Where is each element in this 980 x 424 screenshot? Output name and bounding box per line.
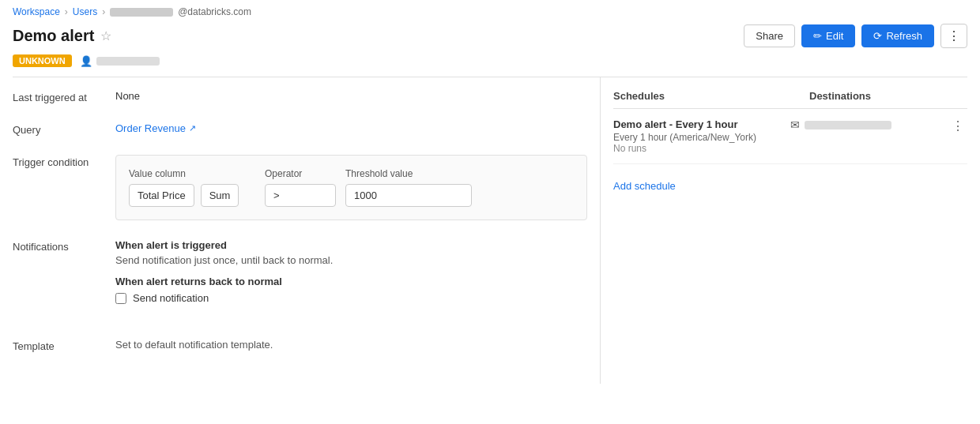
schedules-header: Schedules Destinations xyxy=(613,90,967,109)
sum-select[interactable]: Sum xyxy=(201,184,239,207)
breadcrumb-user-blur xyxy=(110,8,173,17)
more-options-button[interactable]: ⋮ xyxy=(940,24,967,48)
page-title: Demo alert xyxy=(13,27,94,45)
last-triggered-label: Last triggered at xyxy=(13,90,115,103)
left-panel: Last triggered at None Query Order Reven… xyxy=(0,77,601,384)
value-column-label: Value column xyxy=(129,168,255,179)
person-icon: 👤 xyxy=(80,55,92,67)
breadcrumb-sep2: › xyxy=(102,6,105,17)
send-notification-label: Send notification xyxy=(133,292,209,304)
query-label: Query xyxy=(13,122,115,136)
schedule-more-button[interactable]: ⋮ xyxy=(948,118,967,133)
status-badge: UNKNOWN xyxy=(13,54,72,67)
value-column-input[interactable]: Total Price xyxy=(129,184,194,207)
trigger-box: Value column Total Price Sum xyxy=(115,155,587,220)
edit-button[interactable]: ✏ Edit xyxy=(801,24,855,47)
value-column-col: Value column Total Price Sum xyxy=(129,168,255,207)
user-name-blur xyxy=(96,57,160,66)
schedule-item: Demo alert - Every 1 hour Every 1 hour (… xyxy=(613,118,967,164)
notifications-row: Notifications When alert is triggered Se… xyxy=(13,239,587,320)
notifications-section: When alert is triggered Send notificatio… xyxy=(115,239,587,304)
sum-text: Sum xyxy=(209,189,231,201)
trigger-value: Value column Total Price Sum xyxy=(115,155,587,220)
trigger-label: Trigger condition xyxy=(13,155,115,168)
threshold-input[interactable]: 1000 xyxy=(345,184,472,207)
send-notification-row: Send notification xyxy=(115,292,587,304)
back-to-normal-label: When alert returns back to normal xyxy=(115,276,587,287)
destinations-col-label: Destinations xyxy=(809,90,967,108)
page-header: Demo alert ☆ Share ✏ Edit ⟳ Refresh ⋮ xyxy=(0,21,980,54)
schedule-destination: ✉ xyxy=(790,118,948,131)
value-column-text: Total Price xyxy=(138,189,186,201)
query-value: Order Revenue ↗ xyxy=(115,122,587,134)
dest-email-blur xyxy=(805,121,891,129)
breadcrumb-users[interactable]: Users xyxy=(73,6,97,17)
threshold-label: Threshold value xyxy=(345,168,472,179)
add-schedule-link[interactable]: Add schedule xyxy=(613,180,676,192)
notifications-value: When alert is triggered Send notificatio… xyxy=(115,239,587,320)
when-triggered-label: When alert is triggered xyxy=(115,239,587,251)
schedule-title: Demo alert - Every 1 hour xyxy=(613,118,790,130)
user-info: 👤 xyxy=(80,55,160,67)
header-left: Demo alert ☆ xyxy=(13,27,111,45)
breadcrumb: Workspace › Users › @databricks.com xyxy=(0,0,980,21)
schedule-info: Demo alert - Every 1 hour Every 1 hour (… xyxy=(613,118,790,154)
template-label: Template xyxy=(13,339,115,352)
main-content: Last triggered at None Query Order Reven… xyxy=(0,77,980,384)
template-value: Set to default notification template. xyxy=(115,339,587,351)
operator-input[interactable]: > xyxy=(265,184,336,207)
query-link-text: Order Revenue xyxy=(115,122,186,134)
query-link[interactable]: Order Revenue ↗ xyxy=(115,122,196,134)
operator-value: > xyxy=(273,189,280,201)
last-triggered-row: Last triggered at None xyxy=(13,90,587,103)
status-bar: UNKNOWN 👤 xyxy=(0,54,980,77)
edit-label: Edit xyxy=(826,30,843,42)
trigger-row: Trigger condition Value column Total Pri… xyxy=(13,155,587,220)
refresh-label: Refresh xyxy=(886,30,922,42)
email-icon: ✉ xyxy=(790,118,800,131)
star-icon[interactable]: ☆ xyxy=(100,28,111,43)
notifications-label: Notifications xyxy=(13,239,115,253)
edit-icon: ✏ xyxy=(813,30,822,42)
threshold-col: Threshold value 1000 xyxy=(345,168,472,207)
query-row: Query Order Revenue ↗ xyxy=(13,122,587,136)
breadcrumb-domain: @databricks.com xyxy=(178,6,251,17)
when-triggered-desc: Send notification just once, until back … xyxy=(115,254,587,266)
refresh-icon: ⟳ xyxy=(873,30,882,42)
trigger-cols: Value column Total Price Sum xyxy=(129,168,574,207)
schedule-runs: No runs xyxy=(613,143,790,154)
header-right: Share ✏ Edit ⟳ Refresh ⋮ xyxy=(744,24,967,48)
send-notification-checkbox[interactable] xyxy=(115,293,126,304)
threshold-value: 1000 xyxy=(354,189,377,201)
schedules-col-label: Schedules xyxy=(613,90,809,108)
share-button[interactable]: Share xyxy=(744,24,795,47)
breadcrumb-workspace[interactable]: Workspace xyxy=(13,6,60,17)
right-panel: Schedules Destinations Demo alert - Ever… xyxy=(601,77,980,384)
schedule-detail: Every 1 hour (America/New_York) xyxy=(613,132,790,143)
operator-label: Operator xyxy=(265,168,336,179)
external-link-icon: ↗ xyxy=(189,123,196,133)
template-row: Template Set to default notification tem… xyxy=(13,339,587,352)
operator-col: Operator > xyxy=(265,168,336,207)
breadcrumb-sep1: › xyxy=(65,6,68,17)
refresh-button[interactable]: ⟳ Refresh xyxy=(861,24,934,47)
last-triggered-value: None xyxy=(115,90,587,102)
